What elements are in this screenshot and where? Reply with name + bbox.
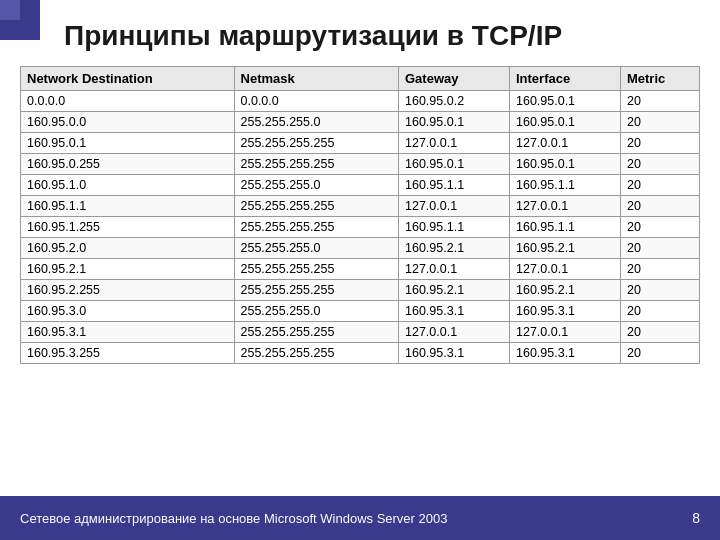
table-cell: 127.0.0.1: [399, 133, 510, 154]
table-cell: 160.95.0.1: [399, 112, 510, 133]
table-cell: 160.95.3.1: [399, 301, 510, 322]
slide-title: Принципы маршрутизации в TCP/IP: [64, 20, 700, 52]
table-row: 160.95.1.1255.255.255.255127.0.0.1127.0.…: [21, 196, 700, 217]
table-cell: 127.0.0.1: [399, 322, 510, 343]
table-cell: 160.95.1.0: [21, 175, 235, 196]
table-cell: 127.0.0.1: [509, 259, 620, 280]
table-cell: 160.95.1.1: [399, 217, 510, 238]
table-cell: 160.95.1.1: [399, 175, 510, 196]
table-header-row: Network Destination Netmask Gateway Inte…: [21, 67, 700, 91]
table-cell: 20: [620, 343, 699, 364]
table-cell: 160.95.0.255: [21, 154, 235, 175]
table-cell: 160.95.0.1: [509, 91, 620, 112]
table-row: 160.95.1.255255.255.255.255160.95.1.1160…: [21, 217, 700, 238]
table-cell: 127.0.0.1: [509, 196, 620, 217]
col-header-interface: Interface: [509, 67, 620, 91]
bottom-page: 8: [692, 510, 700, 526]
table-cell: 255.255.255.255: [234, 133, 398, 154]
table-row: 160.95.0.255255.255.255.255160.95.0.1160…: [21, 154, 700, 175]
table-row: 0.0.0.00.0.0.0160.95.0.2160.95.0.120: [21, 91, 700, 112]
table-cell: 20: [620, 175, 699, 196]
table-cell: 160.95.0.1: [21, 133, 235, 154]
table-cell: 255.255.255.0: [234, 301, 398, 322]
table-cell: 0.0.0.0: [234, 91, 398, 112]
table-cell: 0.0.0.0: [21, 91, 235, 112]
table-cell: 127.0.0.1: [399, 259, 510, 280]
table-cell: 20: [620, 154, 699, 175]
table-cell: 20: [620, 112, 699, 133]
table-cell: 20: [620, 301, 699, 322]
table-cell: 160.95.1.1: [21, 196, 235, 217]
table-cell: 255.255.255.255: [234, 322, 398, 343]
bottom-bar: Сетевое администрирование на основе Micr…: [0, 496, 720, 540]
col-header-metric: Metric: [620, 67, 699, 91]
table-cell: 160.95.0.2: [399, 91, 510, 112]
table-cell: 255.255.255.255: [234, 217, 398, 238]
table-row: 160.95.1.0255.255.255.0160.95.1.1160.95.…: [21, 175, 700, 196]
table-cell: 20: [620, 217, 699, 238]
table-cell: 160.95.3.1: [399, 343, 510, 364]
table-cell: 160.95.3.1: [509, 301, 620, 322]
table-cell: 160.95.1.1: [509, 217, 620, 238]
table-row: 160.95.2.1255.255.255.255127.0.0.1127.0.…: [21, 259, 700, 280]
table-cell: 127.0.0.1: [399, 196, 510, 217]
table-cell: 255.255.255.0: [234, 175, 398, 196]
table-row: 160.95.0.0255.255.255.0160.95.0.1160.95.…: [21, 112, 700, 133]
table-row: 160.95.2.255255.255.255.255160.95.2.1160…: [21, 280, 700, 301]
table-cell: 160.95.0.1: [509, 112, 620, 133]
table-cell: 255.255.255.255: [234, 280, 398, 301]
table-row: 160.95.0.1255.255.255.255127.0.0.1127.0.…: [21, 133, 700, 154]
table-cell: 20: [620, 280, 699, 301]
table-row: 160.95.2.0255.255.255.0160.95.2.1160.95.…: [21, 238, 700, 259]
table-cell: 160.95.2.1: [399, 238, 510, 259]
table-cell: 160.95.3.255: [21, 343, 235, 364]
table-cell: 20: [620, 91, 699, 112]
table-cell: 255.255.255.0: [234, 238, 398, 259]
table-cell: 160.95.1.1: [509, 175, 620, 196]
routing-table: Network Destination Netmask Gateway Inte…: [20, 66, 700, 364]
top-accent-inner: [0, 0, 20, 20]
slide-container: Принципы маршрутизации в TCP/IP Network …: [0, 0, 720, 540]
table-cell: 160.95.0.0: [21, 112, 235, 133]
col-header-network-destination: Network Destination: [21, 67, 235, 91]
table-cell: 160.95.2.1: [399, 280, 510, 301]
table-cell: 255.255.255.255: [234, 196, 398, 217]
bottom-text: Сетевое администрирование на основе Micr…: [20, 511, 447, 526]
table-cell: 20: [620, 133, 699, 154]
table-cell: 160.95.3.1: [21, 322, 235, 343]
table-cell: 160.95.2.1: [21, 259, 235, 280]
table-cell: 255.255.255.255: [234, 154, 398, 175]
col-header-netmask: Netmask: [234, 67, 398, 91]
table-cell: 127.0.0.1: [509, 322, 620, 343]
table-cell: 160.95.3.0: [21, 301, 235, 322]
table-cell: 127.0.0.1: [509, 133, 620, 154]
table-cell: 160.95.2.0: [21, 238, 235, 259]
table-cell: 255.255.255.255: [234, 259, 398, 280]
table-cell: 160.95.0.1: [509, 154, 620, 175]
table-cell: 160.95.0.1: [399, 154, 510, 175]
table-row: 160.95.3.1255.255.255.255127.0.0.1127.0.…: [21, 322, 700, 343]
table-cell: 160.95.3.1: [509, 343, 620, 364]
table-row: 160.95.3.0255.255.255.0160.95.3.1160.95.…: [21, 301, 700, 322]
table-cell: 255.255.255.0: [234, 112, 398, 133]
table-cell: 160.95.1.255: [21, 217, 235, 238]
table-cell: 20: [620, 259, 699, 280]
table-cell: 255.255.255.255: [234, 343, 398, 364]
top-accent-decoration: [0, 0, 40, 40]
table-cell: 160.95.2.1: [509, 238, 620, 259]
table-cell: 160.95.2.1: [509, 280, 620, 301]
table-cell: 20: [620, 238, 699, 259]
table-cell: 20: [620, 322, 699, 343]
table-cell: 20: [620, 196, 699, 217]
table-row: 160.95.3.255255.255.255.255160.95.3.1160…: [21, 343, 700, 364]
table-cell: 160.95.2.255: [21, 280, 235, 301]
col-header-gateway: Gateway: [399, 67, 510, 91]
